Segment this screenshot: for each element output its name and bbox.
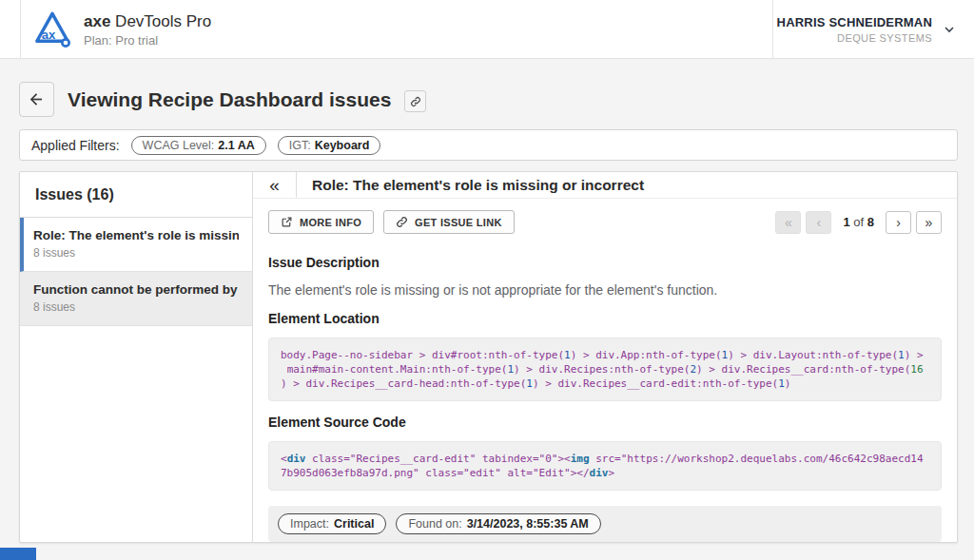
copy-page-link-button[interactable] — [404, 90, 426, 112]
brand: ax axe DevTools Pro Plan: Pro trial — [32, 10, 211, 49]
applied-filters-label: Applied Filters: — [31, 138, 120, 153]
impact-label: Impact: — [290, 517, 329, 531]
pagination-total: 8 — [867, 215, 874, 229]
issue-detail-header: « Role: The element's role is missing or… — [253, 172, 957, 199]
page-title: Viewing Recipe Dashboard issues — [68, 88, 391, 111]
user-name: HARRIS SCHNEIDERMAN — [777, 15, 932, 29]
element-location-heading: Element Location — [268, 311, 942, 326]
issue-detail-title: Role: The element's role is missing or i… — [297, 177, 644, 194]
header-left-divider — [20, 0, 21, 59]
issue-detail-panel: « Role: The element's role is missing or… — [253, 172, 957, 542]
issues-panel-title: Issues (16) — [20, 172, 252, 218]
header-user-divider — [772, 0, 773, 59]
previous-page-button: ‹ — [806, 211, 831, 234]
issue-list-item-function[interactable]: Function cannot be performed by k... 8 i… — [20, 272, 252, 326]
svg-text:ax: ax — [42, 28, 56, 42]
link-icon — [396, 216, 408, 228]
app-title: axe DevTools Pro — [84, 12, 211, 31]
page-peek-element — [0, 548, 36, 560]
external-link-icon — [281, 216, 293, 228]
app-header: ax axe DevTools Pro Plan: Pro trial HARR… — [0, 0, 974, 59]
user-menu[interactable]: HARRIS SCHNEIDERMAN DEQUE SYSTEMS — [777, 0, 957, 59]
next-page-button[interactable]: › — [886, 211, 911, 234]
chevron-down-icon — [942, 22, 957, 37]
collapse-panel-button[interactable]: « — [253, 172, 297, 198]
get-issue-link-label: GET ISSUE LINK — [415, 217, 502, 228]
filter-value: 2.1 AA — [218, 139, 254, 152]
plan-label: Plan: Pro trial — [84, 33, 211, 48]
issues-list-panel: Issues (16) Role: The element's role is … — [20, 172, 253, 542]
pagination-current: 1 — [843, 215, 849, 229]
impact-value: Critical — [334, 517, 374, 531]
main-content-card: Issues (16) Role: The element's role is … — [19, 171, 958, 543]
filter-name: WCAG Level: — [143, 139, 215, 152]
issue-meta-strip: Impact: Critical Found on: 3/14/2023, 8:… — [268, 506, 942, 542]
impact-badge: Impact: Critical — [278, 513, 386, 534]
get-issue-link-button[interactable]: GET ISSUE LINK — [383, 210, 515, 234]
first-page-button: « — [775, 211, 801, 234]
filter-name: IGT: — [289, 139, 311, 152]
issue-pagination: « ‹ 1 of 8 › » — [775, 211, 942, 234]
element-source-code: <div class="Recipes__card-edit" tabindex… — [268, 441, 942, 491]
app-title-bold: axe — [84, 12, 110, 30]
more-info-button[interactable]: MORE INFO — [268, 210, 374, 234]
link-icon — [410, 96, 421, 107]
filter-pill-wcag: WCAG Level: 2.1 AA — [131, 136, 266, 155]
element-location-code: body.Page--no-sidebar > div#root:nth-of-… — [268, 338, 942, 401]
applied-filters-bar: Applied Filters: WCAG Level: 2.1 AA IGT:… — [19, 129, 958, 161]
issue-detail-body: Issue Description The element's role is … — [253, 238, 957, 491]
issue-item-title: Role: The element's role is missing ... — [33, 228, 239, 242]
found-on-value: 3/14/2023, 8:55:35 AM — [467, 517, 589, 531]
back-button[interactable] — [19, 82, 54, 117]
app-title-rest: DevTools Pro — [110, 12, 211, 30]
issue-description-heading: Issue Description — [268, 255, 942, 270]
filter-value: Keyboard — [315, 139, 370, 152]
issue-toolbar: MORE INFO GET ISSUE LINK « ‹ 1 of 8 › » — [268, 210, 942, 234]
page-header: Viewing Recipe Dashboard issues — [19, 82, 426, 117]
element-source-heading: Element Source Code — [268, 415, 942, 430]
pagination-separator: of — [853, 215, 864, 229]
issue-item-count: 8 issues — [33, 246, 239, 260]
issue-item-title: Function cannot be performed by k... — [33, 282, 239, 297]
user-org: DEQUE SYSTEMS — [777, 32, 932, 44]
found-on-badge: Found on: 3/14/2023, 8:55:35 AM — [396, 513, 600, 534]
pagination-status: 1 of 8 — [843, 215, 874, 229]
found-on-label: Found on: — [408, 517, 461, 531]
back-arrow-icon — [28, 90, 46, 108]
filter-pill-igt: IGT: Keyboard — [278, 136, 381, 155]
axe-logo-icon: ax — [32, 10, 72, 49]
issue-item-count: 8 issues — [33, 300, 239, 314]
issue-description-text: The element's role is missing or is not … — [268, 282, 942, 298]
issue-list-item-role[interactable]: Role: The element's role is missing ... … — [20, 218, 252, 272]
more-info-label: MORE INFO — [300, 217, 361, 228]
last-page-button[interactable]: » — [916, 211, 942, 234]
